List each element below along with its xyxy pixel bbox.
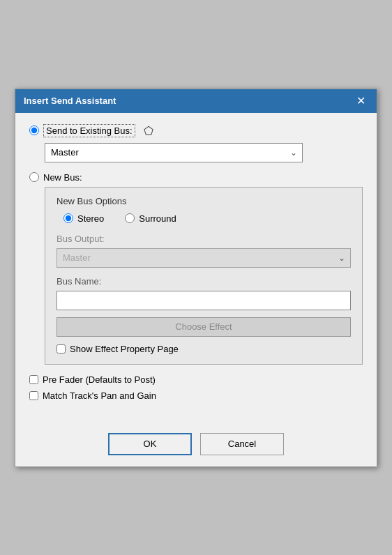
pre-fader-checkbox-label[interactable]: Pre Fader (Defaults to Post) — [29, 374, 156, 385]
stereo-surround-row: Stereo Surround — [63, 213, 351, 224]
new-bus-label: New Bus: — [43, 172, 82, 183]
cancel-button[interactable]: Cancel — [200, 433, 284, 455]
pre-fader-checkbox[interactable] — [29, 375, 38, 384]
show-effect-row: Show Effect Property Page — [56, 344, 351, 354]
surround-radio[interactable] — [125, 213, 135, 223]
choose-effect-button: Choose Effect — [56, 317, 351, 337]
surround-label: Surround — [139, 213, 176, 224]
match-track-label: Match Track's Pan and Gain — [43, 390, 156, 401]
match-track-checkbox[interactable] — [29, 391, 38, 400]
match-track-checkbox-label[interactable]: Match Track's Pan and Gain — [29, 390, 156, 401]
stereo-radio[interactable] — [63, 213, 73, 223]
dialog: Insert Send Assistant ✕ Send to Existing… — [15, 89, 377, 467]
new-bus-radio[interactable] — [29, 172, 39, 182]
send-existing-radio[interactable] — [29, 126, 39, 135]
stereo-radio-label[interactable]: Stereo — [63, 213, 104, 224]
existing-bus-dropdown[interactable]: Master — [45, 143, 303, 162]
match-track-row: Match Track's Pan and Gain — [29, 390, 363, 401]
bus-output-dropdown-wrapper: Master ⌄ — [56, 248, 351, 268]
pre-fader-label: Pre Fader (Defaults to Post) — [43, 374, 156, 385]
dialog-title: Insert Send Assistant — [24, 96, 116, 106]
existing-bus-dropdown-wrapper[interactable]: Master ⌄ — [45, 143, 303, 162]
new-bus-options-group: New Bus Options Stereo Surround Bus Outp… — [45, 187, 363, 365]
bus-name-label: Bus Name: — [56, 276, 351, 287]
new-bus-radio-label[interactable]: New Bus: — [29, 172, 82, 183]
ok-button[interactable]: OK — [108, 433, 192, 455]
existing-bus-dropdown-row: Master ⌄ — [45, 143, 363, 162]
show-effect-checkbox[interactable] — [56, 344, 66, 353]
send-existing-row: Send to Existing Bus: ⬠ — [29, 124, 363, 137]
show-effect-checkbox-label[interactable]: Show Effect Property Page — [56, 344, 179, 354]
bus-output-dropdown: Master — [56, 248, 351, 268]
bottom-checkboxes: Pre Fader (Defaults to Post) Match Track… — [29, 374, 363, 401]
new-bus-row: New Bus: — [29, 172, 363, 183]
pre-fader-row: Pre Fader (Defaults to Post) — [29, 374, 363, 385]
surround-radio-label[interactable]: Surround — [125, 213, 176, 224]
dialog-body: Send to Existing Bus: ⬠ Master ⌄ New Bus… — [15, 113, 377, 426]
stereo-label: Stereo — [77, 213, 104, 224]
send-existing-radio-label[interactable]: Send to Existing Bus: — [29, 124, 135, 137]
bus-output-label: Bus Output: — [56, 234, 351, 244]
dialog-footer: OK Cancel — [15, 426, 377, 466]
title-bar: Insert Send Assistant ✕ — [15, 89, 377, 113]
bus-name-input[interactable] — [56, 291, 351, 310]
new-bus-options-title: New Bus Options — [56, 196, 351, 206]
send-existing-label: Send to Existing Bus: — [43, 124, 135, 137]
show-effect-label: Show Effect Property Page — [70, 344, 179, 354]
close-button[interactable]: ✕ — [353, 93, 368, 109]
cursor-icon: ⬠ — [144, 124, 153, 137]
